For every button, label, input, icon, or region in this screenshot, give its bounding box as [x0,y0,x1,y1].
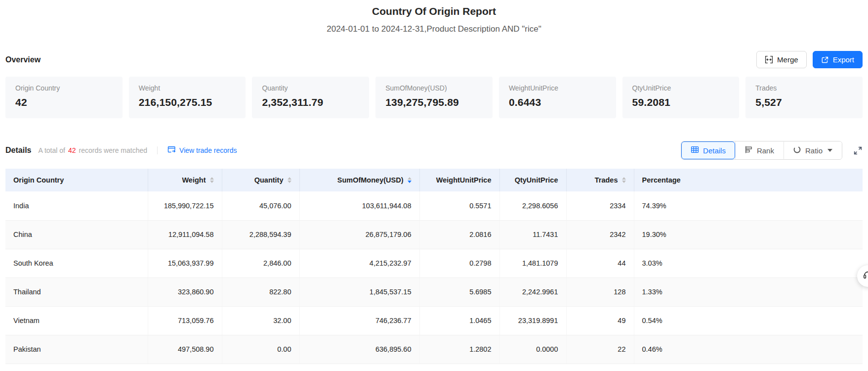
cell-qtyunitprice: 2,242.9961 [499,278,566,306]
cell-quantity: 2,846.00 [222,249,299,278]
column-label: Percentage [642,176,681,184]
card-label: QtyUnitPrice [632,84,730,92]
column-header-origin-country: Origin Country [5,169,148,191]
column-label: Origin Country [13,176,64,184]
cell-qtyunitprice: 23,319.8991 [499,306,566,335]
cell-weight: 323,860.90 [148,278,222,306]
column-header-weight[interactable]: Weight [148,169,222,191]
headset-icon [863,270,868,282]
table-row-pakistan: Pakistan497,508.900.00636,895.601.28020.… [5,335,863,364]
cell-weightunitprice: 0.2798 [419,249,499,278]
cell-weightunitprice: 1.0465 [419,306,499,335]
cell-origin-country: Pakistan [5,335,148,364]
cell-percentage: 0.54% [634,306,863,335]
cell-origin-country: Thailand [5,278,148,306]
view-trade-records-link[interactable]: View trade records [167,146,237,155]
cell-weight: 497,508.90 [148,335,222,364]
column-header-sumofmoney-usd[interactable]: SumOfMoney(USD) [299,169,419,191]
overview-card-trades: Trades5,527 [745,77,863,118]
cell-sumofmoney-usd: 103,611,944.08 [299,191,419,220]
toolbar: Merge Export [756,51,863,68]
view-mode-rank-label: Rank [757,146,774,155]
cell-quantity: 2,288,594.39 [222,220,299,249]
cell-origin-country: Vietnam [5,306,148,335]
cell-quantity: 32.00 [222,306,299,335]
table-row-vietnam: Vietnam713,059.7632.00746,236.771.046523… [5,306,863,335]
sort-carets-icon [622,177,626,183]
cell-qtyunitprice: 0.0000 [499,335,566,364]
sort-carets-icon [210,177,214,183]
cell-qtyunitprice: 11.7431 [499,220,566,249]
card-label: Weight [139,84,236,92]
match-summary-suffix: records were matched [79,146,148,154]
cell-trades: 22 [566,335,634,364]
column-header-weightunitprice: WeightUnitPrice [419,169,499,191]
view-mode-ratio-label: Ratio [805,146,823,155]
view-mode-ratio-button[interactable]: Ratio [784,141,842,159]
cell-quantity: 0.00 [222,335,299,364]
details-table: Origin CountryWeightQuantitySumOfMoney(U… [5,169,863,364]
overview-card-sumofmoney-usd: SumOfMoney(USD)139,275,795.89 [375,77,493,118]
cell-percentage: 19.30% [634,220,863,249]
overview-card-origin-country: Origin Country42 [5,77,123,118]
cell-weight: 12,911,094.58 [148,220,222,249]
cell-trades: 44 [566,249,634,278]
column-header-qtyunitprice: QtyUnitPrice [499,169,566,191]
overview-card-quantity: Quantity2,352,311.79 [252,77,369,118]
view-trade-records-label: View trade records [179,146,237,154]
overview-heading: Overview [5,55,41,64]
column-label: Quantity [254,176,284,184]
view-mode-rank-button[interactable]: Rank [735,141,784,159]
cell-qtyunitprice: 2,298.6056 [499,191,566,220]
rank-bars-icon [744,145,753,155]
table-row-south-korea: South Korea15,063,937.992,846.004,215,23… [5,249,863,278]
details-bar-left: Details A total of 42 records were match… [5,146,237,155]
sort-carets-icon [288,177,291,183]
cell-weight: 713,059.76 [148,306,222,335]
details-bar: Details A total of 42 records were match… [5,140,863,160]
cell-sumofmoney-usd: 4,215,232.97 [299,249,419,278]
card-value: 0.6443 [509,96,606,108]
report-filter-subtitle: 2024-01-01 to 2024-12-31,Product Descrip… [5,24,863,34]
match-summary: A total of 42 records were matched [38,146,147,154]
card-value: 2,352,311.79 [262,96,359,108]
cell-trades: 2334 [566,191,634,220]
export-icon [821,56,829,64]
table-row-china: China12,911,094.582,288,594.3926,875,179… [5,220,863,249]
card-value: 5,527 [755,96,853,108]
sort-carets-icon [408,177,412,183]
column-header-trades[interactable]: Trades [566,169,634,191]
column-label: Trades [595,176,618,184]
cell-sumofmoney-usd: 26,875,179.06 [299,220,419,249]
card-label: Trades [755,84,853,92]
details-heading: Details [5,146,31,155]
card-label: SumOfMoney(USD) [385,84,483,92]
column-header-percentage: Percentage [634,169,863,191]
export-button[interactable]: Export [813,51,863,68]
view-mode-details-button[interactable]: Details [681,141,735,159]
card-value: 139,275,795.89 [385,96,483,108]
column-header-quantity[interactable]: Quantity [222,169,299,191]
column-label: QtyUnitPrice [515,176,558,184]
card-label: Quantity [262,84,359,92]
cell-percentage: 3.03% [634,249,863,278]
trade-records-window-icon [167,146,176,155]
match-summary-prefix: A total of [38,146,65,154]
cell-weightunitprice: 1.2802 [419,335,499,364]
country-of-origin-report-page: Country Of Origin Report 2024-01-01 to 2… [0,0,868,371]
merge-button[interactable]: Merge [756,51,807,68]
overview-cards: Origin Country42Weight216,150,275.15Quan… [5,77,863,118]
table-row-thailand: Thailand323,860.90822.801,845,537.155.69… [5,278,863,306]
table-grid-icon [691,145,699,155]
table-row-india: India185,990,722.1545,076.00103,611,944.… [5,191,863,220]
column-label: Weight [182,176,206,184]
cell-trades: 2342 [566,220,634,249]
cell-percentage: 1.33% [634,278,863,306]
fullscreen-button[interactable] [853,146,863,155]
overview-card-weightunitprice: WeightUnitPrice0.6443 [499,77,616,118]
cell-weightunitprice: 0.5571 [419,191,499,220]
view-mode-switch: Details Rank [681,141,842,160]
cell-percentage: 74.39% [634,191,863,220]
cell-weight: 185,990,722.15 [148,191,222,220]
cell-weight: 15,063,937.99 [148,249,222,278]
